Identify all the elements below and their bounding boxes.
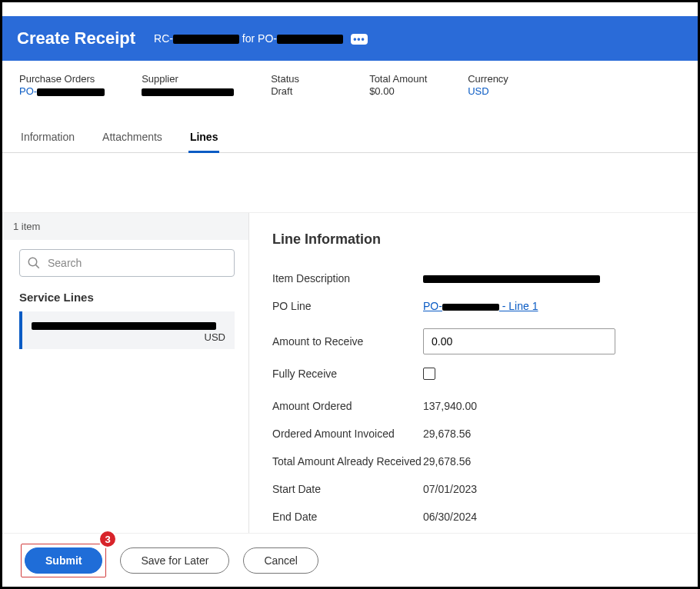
po-line-value[interactable]: PO- - Line 1 [423, 300, 538, 312]
fully-receive-checkbox[interactable] [423, 368, 435, 380]
summary-currency-label: Currency [468, 73, 529, 85]
page-header: Create Receipt RC- for PO- ••• [0, 16, 700, 61]
start-date-value: 07/01/2023 [423, 483, 477, 495]
summary-total: Total Amount $0.00 [369, 73, 431, 97]
summary-po: Purchase Orders PO- [19, 73, 105, 97]
ordered-invoiced-label: Ordered Amount Invoiced [272, 428, 423, 440]
page-subtitle: RC- for PO- [154, 32, 343, 45]
cancel-button[interactable]: Cancel [243, 547, 318, 574]
summary-currency: Currency USD [468, 73, 529, 97]
summary-supplier-value[interactable] [142, 85, 234, 97]
svg-line-1 [36, 265, 39, 268]
summary-currency-value[interactable]: USD [468, 85, 529, 97]
step-badge: 3 [98, 530, 117, 548]
summary-status-label: Status [271, 73, 332, 85]
ordered-invoiced-value: 29,678.56 [423, 428, 471, 440]
service-lines-heading: Service Lines [19, 291, 235, 304]
total-received-value: 29,678.56 [423, 455, 471, 468]
end-date-label: End Date [272, 511, 423, 523]
summary-bar: Purchase Orders PO- Supplier Status Draf… [2, 61, 698, 97]
lines-count: 1 item [2, 213, 248, 240]
service-line-amount: USD [32, 331, 225, 343]
line-detail-panel: Line Information Item Description PO Lin… [248, 213, 698, 533]
tab-attachments[interactable]: Attachments [101, 125, 164, 152]
lines-panel: 1 item Service Lines USD [2, 213, 248, 533]
summary-status-value: Draft [271, 85, 332, 97]
service-line-title [32, 319, 225, 328]
end-date-value: 06/30/2024 [423, 511, 477, 523]
item-description-value [423, 272, 600, 285]
summary-supplier: Supplier [142, 73, 234, 97]
service-line-item[interactable]: USD [19, 311, 235, 349]
page-title: Create Receipt [17, 28, 135, 48]
submit-button[interactable]: Submit [25, 547, 102, 574]
summary-status: Status Draft [271, 73, 332, 97]
line-info-heading: Line Information [272, 231, 698, 248]
search-icon [27, 256, 41, 270]
start-date-label: Start Date [272, 483, 423, 495]
submit-highlight: Submit [21, 544, 106, 577]
tab-information[interactable]: Information [19, 125, 76, 152]
actions-menu-icon[interactable]: ••• [351, 34, 368, 45]
search-input[interactable] [19, 249, 235, 277]
amount-to-receive-label: Amount to Receive [272, 335, 423, 348]
amount-ordered-label: Amount Ordered [272, 400, 423, 412]
summary-supplier-label: Supplier [142, 73, 234, 85]
po-line-label: PO Line [272, 300, 423, 312]
total-received-label: Total Amount Already Received [272, 455, 423, 468]
summary-po-label: Purchase Orders [19, 73, 105, 85]
tab-lines[interactable]: Lines [188, 125, 220, 153]
svg-point-0 [28, 258, 37, 266]
summary-po-value[interactable]: PO- [19, 85, 105, 97]
item-description-label: Item Description [272, 272, 423, 285]
amount-ordered-value: 137,940.00 [423, 400, 477, 412]
summary-total-label: Total Amount [369, 73, 431, 85]
fully-receive-label: Fully Receive [272, 368, 423, 380]
summary-total-value: $0.00 [369, 85, 431, 97]
tabs: Information Attachments Lines [2, 125, 698, 153]
amount-to-receive-input[interactable] [423, 328, 615, 354]
save-for-later-button[interactable]: Save for Later [120, 547, 229, 574]
